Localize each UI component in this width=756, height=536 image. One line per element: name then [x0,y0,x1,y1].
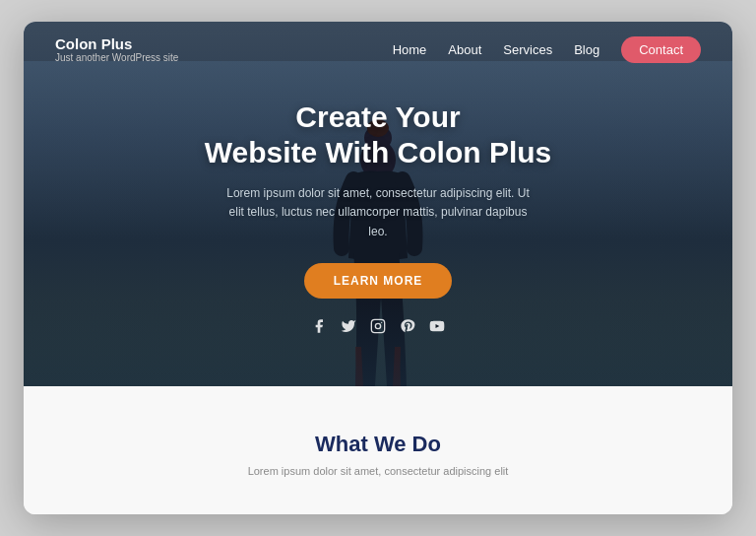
hero-title: Create Your Website With Colon Plus [205,100,552,170]
site-header: Colon Plus Just another WordPress site H… [24,22,732,77]
social-icons-row [311,318,445,338]
facebook-icon[interactable] [311,318,327,338]
pinterest-icon[interactable] [400,318,415,338]
nav-home[interactable]: Home [393,42,427,57]
nav-services[interactable]: Services [503,42,552,57]
site-logo: Colon Plus Just another WordPress site [55,35,178,63]
site-name: Colon Plus [55,35,178,52]
section-title: What We Do [315,432,441,457]
twitter-icon[interactable] [341,318,356,338]
what-we-do-section: What We Do Lorem ipsum dolor sit amet, c… [24,386,732,514]
section-subtitle: Lorem ipsum dolor sit amet, consectetur … [248,465,509,477]
nav-blog[interactable]: Blog [574,42,599,57]
site-tagline: Just another WordPress site [55,52,178,63]
svg-point-5 [381,321,382,322]
hero-subtitle: Lorem ipsum dolor sit amet, consectetur … [220,184,536,241]
instagram-icon[interactable] [370,318,386,338]
nav-contact-button[interactable]: Contact [621,36,701,63]
youtube-icon[interactable] [429,318,445,338]
hero-cta-button[interactable]: LEARN MORE [304,263,453,299]
nav-about[interactable]: About [448,42,481,57]
hero-section: Colon Plus Just another WordPress site H… [24,22,732,386]
main-nav: Home About Services Blog Contact [393,36,701,63]
svg-rect-3 [371,319,384,332]
svg-point-4 [375,323,380,328]
